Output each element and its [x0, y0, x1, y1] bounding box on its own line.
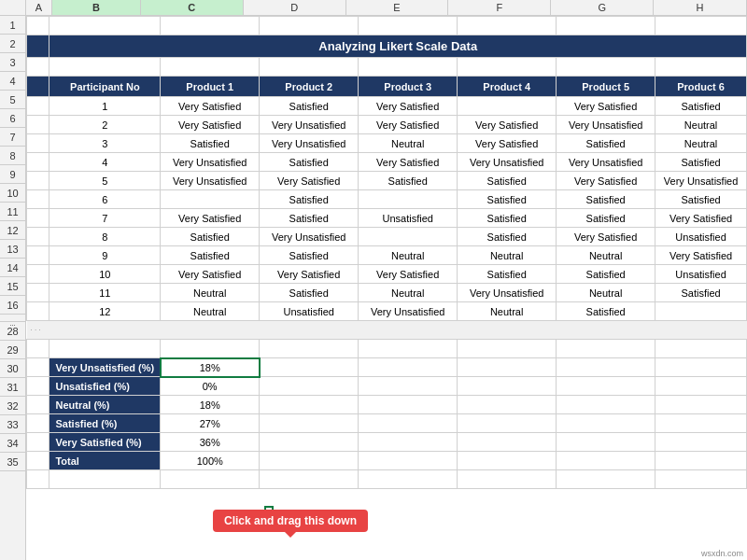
cell-f8[interactable]: Very Unsatisfied [458, 153, 557, 172]
cell-h11[interactable]: Very Satisfied [655, 209, 747, 228]
cell-a3[interactable] [27, 58, 49, 77]
cell-e6[interactable]: Very Satisfied [359, 116, 458, 134]
cell-h6[interactable]: Neutral [655, 116, 747, 134]
cell-h30[interactable] [655, 377, 747, 396]
col-h[interactable]: H [654, 0, 747, 15]
cell-a5[interactable] [27, 97, 49, 116]
cell-b9[interactable]: 5 [49, 172, 161, 190]
cell-g13[interactable]: Neutral [557, 246, 655, 265]
cell-c16[interactable]: Neutral [161, 302, 260, 321]
cell-h33[interactable] [655, 433, 747, 452]
cell-h3[interactable] [655, 58, 747, 77]
cell-h28[interactable] [655, 340, 747, 358]
cell-e9[interactable]: Satisfied [359, 172, 458, 190]
cell-e32[interactable] [359, 414, 458, 433]
cell-a35[interactable] [27, 470, 49, 489]
cell-f30[interactable] [458, 377, 557, 396]
cell-e7[interactable]: Neutral [359, 134, 458, 153]
cell-e30[interactable] [359, 377, 458, 396]
cell-c15[interactable]: Neutral [161, 284, 260, 302]
cell-a10[interactable] [27, 190, 49, 209]
cell-e31[interactable] [359, 396, 458, 414]
cell-d29[interactable] [260, 358, 359, 377]
cell-d31[interactable] [260, 396, 359, 414]
cell-a9[interactable] [27, 172, 49, 190]
cell-h35[interactable] [655, 470, 747, 489]
cell-c10[interactable] [161, 190, 260, 209]
cell-g32[interactable] [557, 414, 655, 433]
cell-h8[interactable]: Satisfied [655, 153, 747, 172]
cell-g35[interactable] [557, 470, 655, 489]
cell-g5[interactable]: Very Satisfied [557, 97, 655, 116]
cell-d32[interactable] [260, 414, 359, 433]
cell-f13[interactable]: Neutral [458, 246, 557, 265]
cell-g1[interactable] [557, 17, 655, 35]
cell-h7[interactable]: Neutral [655, 134, 747, 153]
cell-f16[interactable]: Neutral [458, 302, 557, 321]
cell-b28[interactable] [49, 340, 161, 358]
cell-f29[interactable] [458, 358, 557, 377]
cell-a33[interactable] [27, 433, 49, 452]
cell-f14[interactable]: Satisfied [458, 265, 557, 284]
cell-a30[interactable] [27, 377, 49, 396]
cell-f3[interactable] [458, 58, 557, 77]
summary-value-3[interactable]: 18% [161, 396, 260, 414]
cell-d9[interactable]: Very Satisfied [260, 172, 359, 190]
cell-a14[interactable] [27, 265, 49, 284]
cell-e10[interactable] [359, 190, 458, 209]
cell-f12[interactable]: Satisfied [458, 228, 557, 246]
cell-g14[interactable]: Satisfied [557, 265, 655, 284]
cell-g3[interactable] [557, 58, 655, 77]
cell-d34[interactable] [260, 452, 359, 470]
cell-f11[interactable]: Satisfied [458, 209, 557, 228]
cell-b13[interactable]: 9 [49, 246, 161, 265]
cell-g16[interactable]: Satisfied [557, 302, 655, 321]
cell-g29[interactable] [557, 358, 655, 377]
cell-e34[interactable] [359, 452, 458, 470]
cell-e1[interactable] [359, 17, 458, 35]
cell-b6[interactable]: 2 [49, 116, 161, 134]
cell-e28[interactable] [359, 340, 458, 358]
cell-c8[interactable]: Very Unsatisfied [161, 153, 260, 172]
cell-h16[interactable] [655, 302, 747, 321]
cell-f31[interactable] [458, 396, 557, 414]
cell-f6[interactable]: Very Satisfied [458, 116, 557, 134]
cell-d8[interactable]: Satisfied [260, 153, 359, 172]
cell-c28[interactable] [161, 340, 260, 358]
cell-a16[interactable] [27, 302, 49, 321]
cell-f1[interactable] [458, 17, 557, 35]
cell-h9[interactable]: Very Unsatisfied [655, 172, 747, 190]
cell-d12[interactable]: Very Unsatisfied [260, 228, 359, 246]
cell-f5[interactable] [458, 97, 557, 116]
cell-c13[interactable]: Satisfied [161, 246, 260, 265]
cell-g28[interactable] [557, 340, 655, 358]
cell-c35[interactable] [161, 470, 260, 489]
cell-g33[interactable] [557, 433, 655, 452]
col-b[interactable]: B [52, 0, 141, 15]
cell-h31[interactable] [655, 396, 747, 414]
cell-b7[interactable]: 3 [49, 134, 161, 153]
col-d[interactable]: D [244, 0, 346, 15]
cell-b10[interactable]: 6 [49, 190, 161, 209]
summary-total-value[interactable]: 100% [161, 452, 260, 470]
cell-c5[interactable]: Very Satisfied [161, 97, 260, 116]
cell-a29[interactable] [27, 358, 49, 377]
cell-h1[interactable] [655, 17, 747, 35]
cell-e11[interactable]: Unsatisfied [359, 209, 458, 228]
cell-c11[interactable]: Very Satisfied [161, 209, 260, 228]
cell-b15[interactable]: 11 [49, 284, 161, 302]
cell-g15[interactable]: Neutral [557, 284, 655, 302]
cell-e12[interactable] [359, 228, 458, 246]
cell-g31[interactable] [557, 396, 655, 414]
cell-a8[interactable] [27, 153, 49, 172]
cell-g7[interactable]: Satisfied [557, 134, 655, 153]
cell-e33[interactable] [359, 433, 458, 452]
cell-b5[interactable]: 1 [49, 97, 161, 116]
cell-f9[interactable]: Satisfied [458, 172, 557, 190]
cell-c12[interactable]: Satisfied [161, 228, 260, 246]
cell-d6[interactable]: Very Unsatisfied [260, 116, 359, 134]
summary-value-5[interactable]: 36% [161, 433, 260, 452]
cell-d7[interactable]: Very Unsatisfied [260, 134, 359, 153]
cell-e3[interactable] [359, 58, 458, 77]
cell-e8[interactable]: Very Satisfied [359, 153, 458, 172]
